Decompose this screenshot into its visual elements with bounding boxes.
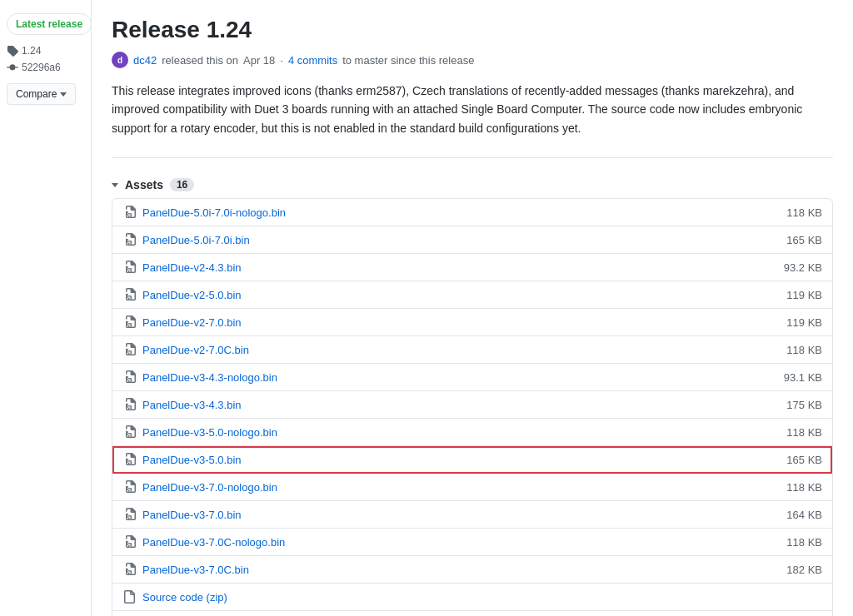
asset-row: PanelDue-v2-7.0.bin119 KB <box>112 309 832 336</box>
assets-count: 16 <box>170 178 194 191</box>
source-file-icon <box>122 590 136 604</box>
asset-size: 118 KB <box>764 536 822 549</box>
binary-file-icon <box>122 261 136 274</box>
released-text: released this on <box>162 54 238 67</box>
asset-link[interactable]: PanelDue-v2-7.0.bin <box>142 316 757 329</box>
asset-size: 93.2 KB <box>764 261 822 274</box>
binary-file-icon <box>122 343 136 356</box>
binary-file-icon <box>122 535 136 549</box>
sidebar-tag: 1.24 <box>7 43 84 58</box>
commits-link[interactable]: 4 commits <box>288 54 337 67</box>
asset-link[interactable]: PanelDue-v3-4.3-nologo.bin <box>142 371 757 384</box>
assets-chevron-icon[interactable] <box>112 183 118 187</box>
binary-file-icon <box>122 425 136 439</box>
commit-icon <box>7 62 18 73</box>
asset-size: 118 KB <box>764 426 822 439</box>
main-content: Release 1.24 d dc42 released this on Apr… <box>92 0 853 616</box>
asset-row: PanelDue-v3-7.0-nologo.bin118 KB <box>112 474 832 501</box>
asset-row: Source code (tar.gz) <box>112 611 832 616</box>
asset-size: 119 KB <box>764 316 822 329</box>
dot-separator: · <box>280 54 283 67</box>
asset-row: PanelDue-v2-5.0.bin119 KB <box>112 281 832 309</box>
asset-size: 118 KB <box>764 344 822 356</box>
binary-file-icon <box>122 508 136 521</box>
asset-link[interactable]: PanelDue-v3-7.0.bin <box>142 509 757 521</box>
asset-link[interactable]: PanelDue-v3-7.0C.bin <box>142 564 757 576</box>
asset-size: 119 KB <box>764 289 822 301</box>
avatar: d <box>112 52 128 68</box>
asset-link[interactable]: PanelDue-v3-5.0-nologo.bin <box>142 426 757 439</box>
assets-section: Assets 16 PanelDue-5.0i-7.0i-nologo.bin1… <box>112 178 833 616</box>
asset-size: 118 KB <box>764 481 822 494</box>
binary-file-icon <box>122 398 136 411</box>
asset-size: 165 KB <box>764 234 822 246</box>
asset-row: PanelDue-v3-7.0.bin164 KB <box>112 501 832 529</box>
asset-link[interactable]: PanelDue-v2-5.0.bin <box>142 289 757 301</box>
assets-header: Assets 16 <box>112 178 833 191</box>
binary-file-icon <box>122 563 136 576</box>
latest-release-button[interactable]: Latest release <box>7 13 92 35</box>
release-meta: d dc42 released this on Apr 18 · 4 commi… <box>112 52 833 68</box>
compare-label: Compare <box>16 88 57 100</box>
asset-size: 118 KB <box>764 206 822 219</box>
asset-row: PanelDue-5.0i-7.0i-nologo.bin118 KB <box>112 199 832 226</box>
asset-link[interactable]: Source code (zip) <box>142 591 822 604</box>
binary-file-icon <box>122 315 136 329</box>
tag-icon <box>7 45 18 57</box>
release-description: This release integrates improved icons (… <box>112 82 833 158</box>
asset-row: PanelDue-v3-7.0C-nologo.bin118 KB <box>112 529 832 556</box>
commits-suffix: to master since this release <box>342 54 474 67</box>
asset-link[interactable]: PanelDue-v3-4.3.bin <box>142 399 757 411</box>
compare-button[interactable]: Compare <box>7 83 76 105</box>
asset-size: 165 KB <box>764 454 822 466</box>
asset-size: 175 KB <box>764 399 822 411</box>
binary-file-icon <box>122 453 136 466</box>
binary-file-icon <box>122 480 136 494</box>
sidebar-commit-value: 52296a6 <box>22 62 61 73</box>
asset-row: PanelDue-v2-7.0C.bin118 KB <box>112 336 832 364</box>
assets-list: PanelDue-5.0i-7.0i-nologo.bin118 KB Pane… <box>112 198 833 616</box>
asset-size: 182 KB <box>764 564 822 576</box>
asset-link[interactable]: PanelDue-5.0i-7.0i.bin <box>142 234 757 246</box>
asset-row: PanelDue-5.0i-7.0i.bin165 KB <box>112 226 832 254</box>
sidebar: Latest release 1.24 52296a6 Compare <box>0 0 92 616</box>
asset-link[interactable]: PanelDue-v2-4.3.bin <box>142 261 757 274</box>
binary-file-icon <box>122 233 136 246</box>
sidebar-commit: 52296a6 <box>7 62 84 73</box>
author-link[interactable]: dc42 <box>133 54 157 67</box>
binary-file-icon <box>122 370 136 384</box>
asset-link[interactable]: PanelDue-v3-7.0-nologo.bin <box>142 481 757 494</box>
asset-link[interactable]: PanelDue-5.0i-7.0i-nologo.bin <box>142 206 757 219</box>
asset-link[interactable]: PanelDue-v3-5.0.bin <box>142 454 757 466</box>
release-date: Apr 18 <box>243 54 275 67</box>
chevron-down-icon <box>60 92 67 97</box>
binary-file-icon <box>122 206 136 219</box>
assets-label: Assets <box>125 178 163 191</box>
asset-link[interactable]: PanelDue-v2-7.0C.bin <box>142 344 757 356</box>
asset-row: PanelDue-v3-4.3-nologo.bin93.1 KB <box>112 364 832 391</box>
asset-row: PanelDue-v3-7.0C.bin182 KB <box>112 556 832 584</box>
asset-row: PanelDue-v3-5.0-nologo.bin118 KB <box>112 419 832 446</box>
asset-size: 93.1 KB <box>764 371 822 384</box>
asset-row: PanelDue-v3-5.0.bin165 KB <box>112 446 832 474</box>
sidebar-tag-value: 1.24 <box>22 45 41 57</box>
asset-size: 164 KB <box>764 509 822 521</box>
release-title: Release 1.24 <box>112 17 833 43</box>
asset-row: PanelDue-v3-4.3.bin175 KB <box>112 391 832 419</box>
asset-link[interactable]: PanelDue-v3-7.0C-nologo.bin <box>142 536 757 549</box>
asset-row: Source code (zip) <box>112 584 832 611</box>
binary-file-icon <box>122 288 136 301</box>
asset-row: PanelDue-v2-4.3.bin93.2 KB <box>112 254 832 281</box>
